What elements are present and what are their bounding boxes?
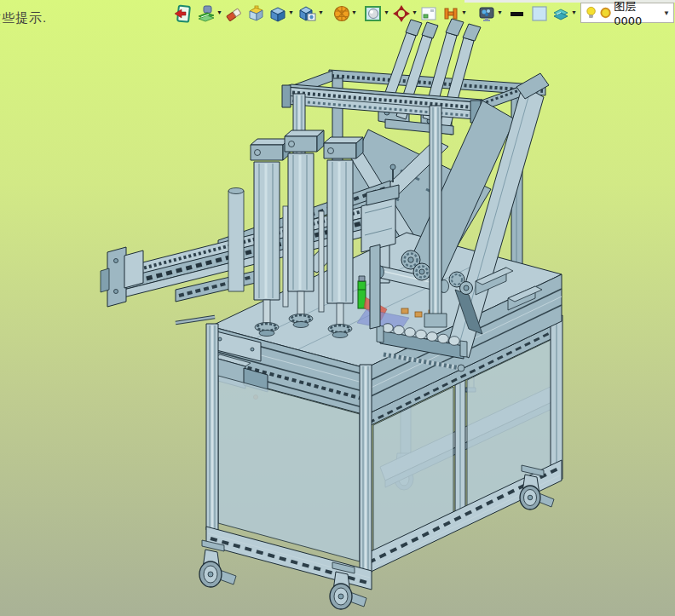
lightbulb-icon (585, 5, 597, 20)
cube-viewport-dropdown[interactable]: ▼ (318, 9, 324, 15)
layer-sheets-dropdown[interactable]: ▼ (571, 9, 577, 15)
exit-sketch-button[interactable] (173, 4, 192, 23)
wireframe-sphere-icon (332, 4, 351, 23)
wireframe-sphere-button[interactable] (332, 4, 351, 23)
solid-cube-icon (268, 4, 287, 23)
material-preview-button[interactable] (477, 4, 496, 23)
cube-viewport-button[interactable] (298, 4, 317, 23)
render-mode-button[interactable] (364, 4, 383, 23)
sketch-plane-button[interactable] (419, 4, 438, 23)
layer-combobox[interactable]: 图层0000 ▼ (580, 3, 674, 23)
orientation-target-button[interactable] (392, 4, 411, 23)
solid-cube-button[interactable] (268, 4, 287, 23)
3d-viewport[interactable] (0, 0, 675, 616)
solid-cube-dropdown[interactable]: ▼ (288, 9, 294, 15)
layer-combo-arrow[interactable]: ▼ (663, 9, 670, 17)
box-yellow-top-icon (246, 4, 265, 23)
machine-model[interactable] (101, 19, 562, 609)
render-layers-button[interactable] (197, 4, 216, 23)
section-beam-icon (441, 4, 460, 23)
render-layers-icon (197, 4, 216, 23)
color-swatch-button[interactable] (530, 4, 549, 23)
exit-sketch-icon (173, 4, 192, 23)
layer-color-icon (599, 6, 612, 20)
line-width-icon (508, 4, 527, 23)
layer-name: 图层0000 (614, 0, 661, 27)
section-beam-button[interactable] (441, 4, 460, 23)
material-preview-dropdown[interactable]: ▼ (497, 9, 503, 15)
render-mode-icon (364, 4, 383, 23)
render-mode-dropdown[interactable]: ▼ (384, 9, 389, 15)
wireframe-sphere-dropdown[interactable]: ▼ (351, 9, 357, 15)
orientation-target-dropdown[interactable]: ▼ (412, 9, 418, 15)
render-layers-dropdown[interactable]: ▼ (216, 9, 222, 15)
cube-viewport-icon (298, 4, 317, 23)
eraser-button[interactable] (224, 4, 243, 23)
material-preview-icon (477, 4, 496, 23)
box-yellow-top-button[interactable] (246, 4, 265, 23)
layer-sheets-button[interactable] (551, 4, 570, 23)
line-width-button[interactable] (508, 4, 527, 23)
section-beam-dropdown[interactable]: ▼ (461, 9, 467, 15)
hint-text: 这些提示. (0, 10, 47, 26)
color-swatch-icon (530, 4, 549, 23)
eraser-icon (224, 4, 243, 23)
sketch-plane-icon (419, 4, 438, 23)
layer-sheets-icon (551, 4, 570, 23)
orientation-target-icon (392, 4, 411, 23)
